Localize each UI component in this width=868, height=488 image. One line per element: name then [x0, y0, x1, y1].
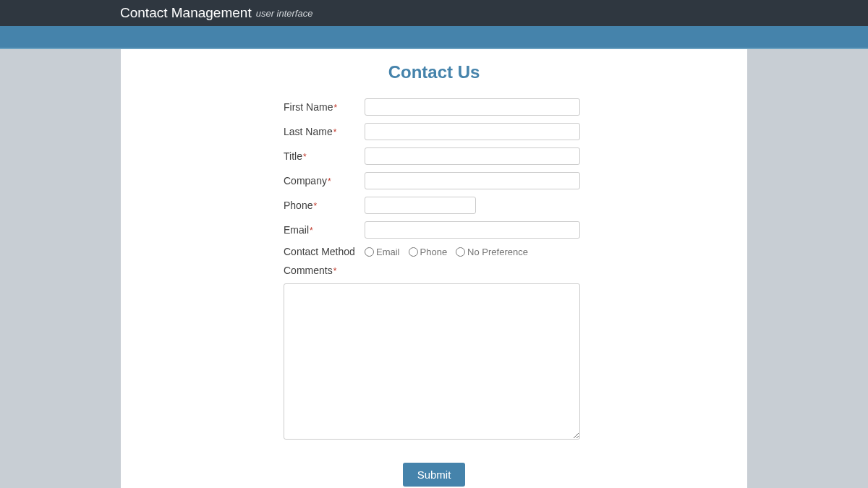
label-email: Email*	[284, 224, 365, 236]
app-title: Contact Management	[120, 5, 252, 21]
contact-method-group: Email Phone No Preference	[365, 247, 532, 257]
radio-no-preference[interactable]	[456, 247, 465, 257]
label-last-name: Last Name*	[284, 126, 365, 137]
content-panel: Contact Us First Name* Last Name* Title*…	[121, 49, 747, 488]
required-marker: *	[333, 127, 337, 137]
contact-form: First Name* Last Name* Title* Company* P	[121, 98, 747, 442]
required-marker: *	[310, 226, 313, 236]
label-title: Title*	[284, 150, 365, 162]
radio-option-phone[interactable]: Phone	[409, 247, 448, 257]
row-company: Company*	[284, 172, 747, 189]
first-name-input[interactable]	[365, 98, 580, 116]
radio-phone[interactable]	[409, 247, 418, 257]
label-first-name: First Name*	[284, 101, 365, 113]
label-contact-method: Contact Method	[284, 246, 365, 257]
row-comments: Comments*	[284, 265, 747, 442]
app-subtitle: user interface	[256, 8, 313, 19]
app-header: Contact Management user interface	[0, 0, 868, 26]
title-input[interactable]	[365, 147, 580, 165]
radio-option-email[interactable]: Email	[365, 247, 400, 257]
radio-option-no-preference[interactable]: No Preference	[456, 247, 528, 257]
label-company: Company*	[284, 175, 365, 187]
radio-email[interactable]	[365, 247, 374, 257]
row-phone: Phone*	[284, 197, 747, 214]
phone-input[interactable]	[365, 197, 476, 214]
row-last-name: Last Name*	[284, 123, 747, 140]
required-marker: *	[328, 176, 331, 187]
company-input[interactable]	[365, 172, 580, 189]
required-marker: *	[313, 201, 317, 211]
required-marker: *	[333, 266, 337, 276]
required-marker: *	[333, 103, 337, 113]
submit-button[interactable]: Submit	[403, 463, 466, 487]
label-comments: Comments*	[284, 265, 747, 276]
form-heading: Contact Us	[121, 62, 747, 82]
last-name-input[interactable]	[365, 123, 580, 140]
label-phone: Phone*	[284, 200, 365, 211]
row-title: Title*	[284, 147, 747, 165]
email-input[interactable]	[365, 221, 580, 239]
row-email: Email*	[284, 221, 747, 239]
submit-row: Submit	[121, 463, 747, 487]
comments-textarea[interactable]	[284, 283, 580, 440]
required-marker: *	[303, 152, 307, 162]
row-first-name: First Name*	[284, 98, 747, 116]
row-contact-method: Contact Method Email Phone No Preference	[284, 246, 747, 257]
nav-bar	[0, 26, 868, 49]
